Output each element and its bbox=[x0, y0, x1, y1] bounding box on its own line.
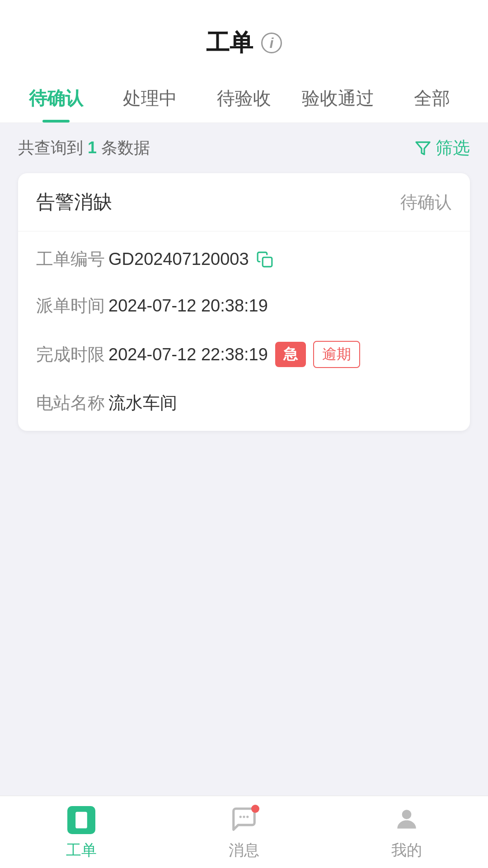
tab-inspect-passed[interactable]: 验收通过 bbox=[291, 72, 385, 123]
card-row-dispatch-time: 派单时间 2024-07-12 20:38:19 bbox=[18, 283, 470, 329]
tab-pending-confirm[interactable]: 待确认 bbox=[9, 72, 103, 123]
svg-point-8 bbox=[246, 816, 249, 818]
nav-message-label: 消息 bbox=[229, 840, 259, 861]
card-row-order-number: 工单编号 GD202407120003 bbox=[18, 236, 470, 283]
page-header: 工单 i bbox=[0, 0, 488, 72]
card-title: 告警消缺 bbox=[36, 189, 112, 215]
nav-workorder-label: 工单 bbox=[66, 840, 97, 861]
bottom-nav: 工单 消息 我的 bbox=[0, 796, 488, 868]
nav-item-message[interactable]: 消息 bbox=[163, 804, 325, 861]
work-order-card[interactable]: 告警消缺 待确认 工单编号 GD202407120003 bbox=[18, 173, 470, 431]
tab-bar: 待确认 处理中 待验收 验收通过 全部 bbox=[0, 72, 488, 123]
card-header: 告警消缺 待确认 bbox=[18, 173, 470, 231]
svg-point-7 bbox=[243, 816, 245, 818]
tab-pending-inspect[interactable]: 待验收 bbox=[197, 72, 291, 123]
svg-point-6 bbox=[239, 816, 242, 818]
nav-item-mine[interactable]: 我的 bbox=[325, 804, 488, 861]
tab-all[interactable]: 全部 bbox=[385, 72, 479, 123]
user-icon bbox=[393, 805, 421, 835]
nav-item-workorder[interactable]: 工单 bbox=[0, 804, 163, 861]
badge-urgent: 急 bbox=[275, 342, 306, 367]
card-body: 工单编号 GD202407120003 派单时间 2024-07-12 20:3… bbox=[18, 231, 470, 431]
badge-overdue: 逾期 bbox=[313, 341, 360, 368]
info-icon[interactable]: i bbox=[261, 33, 282, 53]
filter-icon bbox=[415, 140, 431, 156]
filter-bar: 共查询到 1 条数据 筛选 bbox=[18, 137, 470, 160]
tab-processing[interactable]: 处理中 bbox=[103, 72, 197, 123]
workorder-icon-container bbox=[65, 804, 98, 836]
content-area: 共查询到 1 条数据 筛选 告警消缺 待确认 工单编号 GD2024071200… bbox=[0, 123, 488, 444]
card-status: 待确认 bbox=[400, 191, 452, 214]
workorder-icon bbox=[67, 806, 95, 834]
user-icon-container bbox=[390, 804, 423, 836]
filter-button[interactable]: 筛选 bbox=[415, 137, 470, 160]
svg-rect-1 bbox=[263, 257, 272, 267]
card-row-station-name: 电站名称 流水车间 bbox=[18, 380, 470, 426]
result-count-text: 共查询到 1 条数据 bbox=[18, 137, 150, 159]
svg-marker-0 bbox=[416, 142, 430, 154]
nav-mine-label: 我的 bbox=[391, 840, 422, 861]
page-title: 工单 bbox=[206, 27, 253, 59]
copy-icon[interactable] bbox=[256, 251, 273, 268]
svg-rect-2 bbox=[75, 811, 87, 828]
svg-point-9 bbox=[402, 810, 412, 819]
card-row-deadline: 完成时限 2024-07-12 22:38:19 急 逾期 bbox=[18, 329, 470, 380]
message-icon-container bbox=[228, 804, 260, 836]
message-notification-dot bbox=[251, 805, 259, 813]
